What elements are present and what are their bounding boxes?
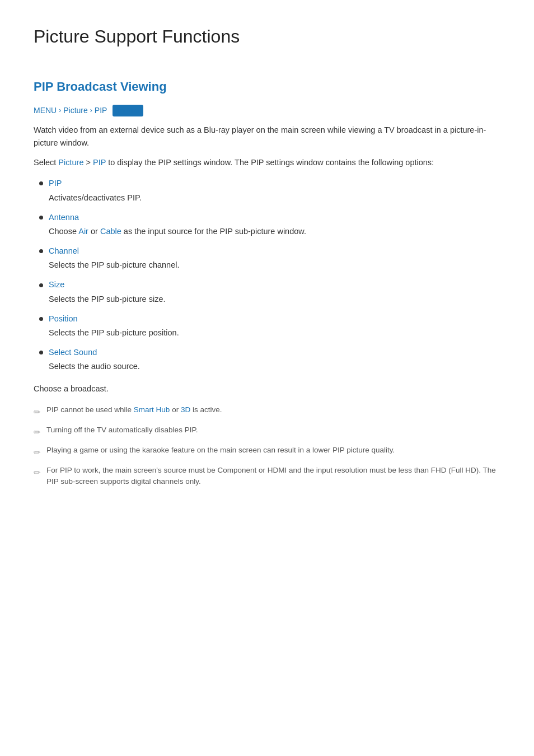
select-text-before: Select <box>34 158 58 167</box>
breadcrumb-chevron-2: › <box>90 105 92 116</box>
channel-option-label[interactable]: Channel <box>49 245 79 258</box>
3d-link: 3D <box>181 405 190 414</box>
breadcrumb-chevron-1: › <box>59 105 61 116</box>
list-item: Position Selects the PIP sub-picture pos… <box>39 312 500 339</box>
list-item: Select Sound Selects the audio source. <box>39 346 500 373</box>
note-icon-2: ✏ <box>34 426 41 439</box>
breadcrumb: MENU › Picture › PIP Try Now <box>34 104 500 116</box>
choose-broadcast-text: Choose a broadcast. <box>34 382 500 395</box>
select-text-after: to display the PIP settings window. The … <box>106 158 434 167</box>
position-option-label[interactable]: Position <box>49 312 78 325</box>
breadcrumb-pip[interactable]: PIP <box>95 104 107 116</box>
page-title: Picture Support Functions <box>34 22 500 57</box>
bullet-dot <box>39 249 43 253</box>
note-text-3: Playing a game or using the karaoke feat… <box>46 445 395 456</box>
note-icon-3: ✏ <box>34 446 41 459</box>
pip-option-label[interactable]: PIP <box>49 177 62 190</box>
smart-hub-link: Smart Hub <box>134 405 170 414</box>
position-option-desc: Selects the PIP sub-picture position. <box>39 326 500 339</box>
select-sound-option-label[interactable]: Select Sound <box>49 346 97 359</box>
pip-options-list: PIP Activates/deactivates PIP. Antenna C… <box>34 177 500 373</box>
bullet-dot <box>39 283 43 287</box>
select-sound-option-desc: Selects the audio source. <box>39 360 500 373</box>
antenna-option-label[interactable]: Antenna <box>49 211 79 224</box>
section-title: PIP Broadcast Viewing <box>34 77 500 96</box>
notes-list: ✏ PIP cannot be used while Smart Hub or … <box>34 404 500 488</box>
select-picture-link[interactable]: Picture <box>58 158 83 167</box>
breadcrumb-picture[interactable]: Picture <box>63 104 88 116</box>
note-item-2: ✏ Turning off the TV automatically disab… <box>34 424 500 439</box>
try-now-badge[interactable]: Try Now <box>113 105 143 117</box>
select-description: Select Picture > PIP to display the PIP … <box>34 156 500 169</box>
note-text-1: PIP cannot be used while Smart Hub or 3D… <box>46 404 222 416</box>
bullet-dot <box>39 181 43 185</box>
note-item-4: ✏ For PIP to work, the main screen's sou… <box>34 465 500 488</box>
note-text-2: Turning off the TV automatically disable… <box>46 424 198 436</box>
antenna-option-desc: Choose Air or Cable as the input source … <box>39 225 500 238</box>
note-icon-1: ✏ <box>34 405 41 419</box>
bullet-dot <box>39 351 43 354</box>
list-item: Channel Selects the PIP sub-picture chan… <box>39 245 500 272</box>
list-item: Size Selects the PIP sub-picture size. <box>39 278 500 305</box>
note-item-1: ✏ PIP cannot be used while Smart Hub or … <box>34 404 500 419</box>
channel-option-desc: Selects the PIP sub-picture channel. <box>39 259 500 272</box>
size-option-desc: Selects the PIP sub-picture size. <box>39 293 500 306</box>
list-item: PIP Activates/deactivates PIP. <box>39 177 500 204</box>
note-icon-4: ✏ <box>34 466 41 479</box>
breadcrumb-menu: MENU <box>34 104 57 116</box>
bullet-dot <box>39 216 43 220</box>
size-option-label[interactable]: Size <box>49 278 64 291</box>
select-pip-link[interactable]: PIP <box>93 158 106 167</box>
note-item-3: ✏ Playing a game or using the karaoke fe… <box>34 445 500 459</box>
select-separator-1: > <box>83 158 93 167</box>
bullet-dot <box>39 317 43 321</box>
intro-text: Watch video from an external device such… <box>34 124 500 150</box>
pip-option-desc: Activates/deactivates PIP. <box>39 192 500 204</box>
air-link[interactable]: Air <box>78 227 88 236</box>
list-item: Antenna Choose Air or Cable as the input… <box>39 211 500 238</box>
cable-link[interactable]: Cable <box>100 227 121 236</box>
note-text-4: For PIP to work, the main screen's sourc… <box>46 465 500 488</box>
